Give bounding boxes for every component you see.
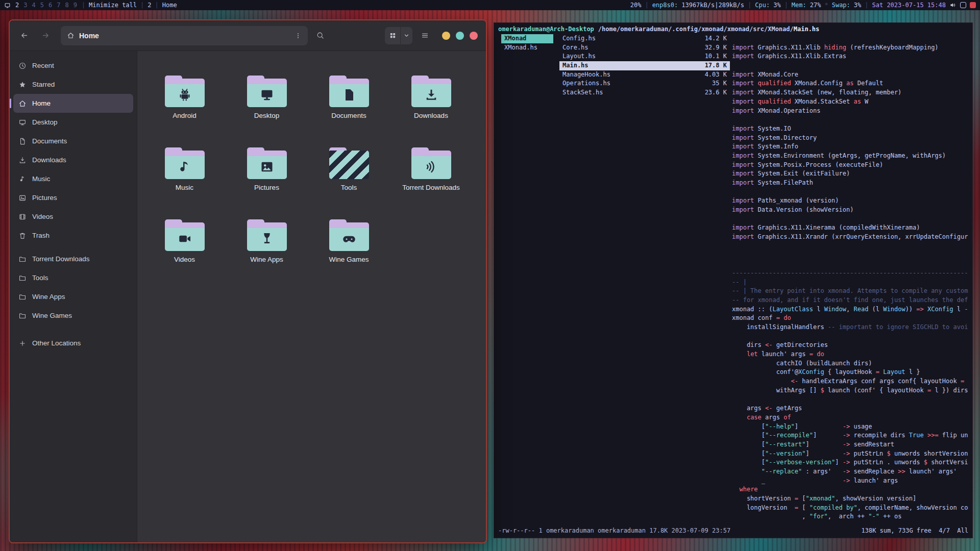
- workspace-9[interactable]: 9: [74, 2, 77, 9]
- sidebar-item-other-locations[interactable]: Other Locations: [13, 334, 133, 353]
- folder-icon: [411, 76, 451, 107]
- file-row[interactable]: Main.hs17.8 K: [559, 61, 730, 70]
- arcs-glyph-icon: [424, 159, 439, 174]
- code-line: ["--verbose-version"] -> putStrLn . unwo…: [732, 458, 968, 467]
- folder-label: Downloads: [414, 112, 448, 120]
- code-line: ["--recompile"] -> recompile dirs True >…: [732, 431, 968, 440]
- close-button[interactable]: [470, 32, 478, 40]
- film-icon: [18, 213, 27, 221]
- grid-view-button[interactable]: [385, 27, 400, 44]
- workspace-7[interactable]: 7: [57, 2, 60, 9]
- maximize-button[interactable]: [456, 32, 464, 40]
- folder-wine-games[interactable]: Wine Games: [310, 219, 388, 291]
- sidebar-item-torrent-downloads[interactable]: Torrent Downloads: [13, 249, 133, 268]
- sidebar-item-music[interactable]: Music: [13, 169, 133, 188]
- menu-button[interactable]: [415, 27, 434, 45]
- window-count: 2: [148, 2, 151, 9]
- file-row[interactable]: Config.hs14.2 K: [559, 34, 730, 43]
- sidebar-item-label: Starred: [32, 81, 55, 88]
- sidebar-item-recent[interactable]: Recent: [13, 56, 133, 75]
- search-icon: [316, 31, 325, 40]
- workspace-1-icon[interactable]: [4, 2, 11, 9]
- sidebar-item-pictures[interactable]: Pictures: [13, 188, 133, 207]
- file-name: Layout.hs: [562, 52, 596, 61]
- parent-entry[interactable]: XMonad.hs: [501, 43, 553, 53]
- file-name: Main.hs: [562, 61, 589, 70]
- grid-icon: [389, 32, 397, 39]
- view-toggle: [385, 27, 412, 44]
- statusbar-left: 23456789 | Minimize tall | 2 | Home: [4, 2, 177, 9]
- file-size: 23.6 K: [705, 88, 727, 97]
- workspace-3[interactable]: 3: [23, 2, 27, 9]
- folder-label: Wine Apps: [250, 256, 283, 264]
- folder-wine-apps[interactable]: Wine Apps: [228, 219, 306, 291]
- code-line: [732, 34, 968, 43]
- sidebar-item-trash[interactable]: Trash: [13, 226, 133, 245]
- sidebar-item-videos[interactable]: Videos: [13, 207, 133, 226]
- parent-entry[interactable]: XMonad: [501, 34, 553, 43]
- folder-label: Wine Games: [329, 256, 369, 264]
- folder-label: Videos: [174, 256, 195, 264]
- workspace-6[interactable]: 6: [48, 2, 52, 9]
- parent-pane: XMonadXMonad.hs: [501, 34, 553, 52]
- folder-icon: [247, 76, 287, 107]
- tray-icon-1[interactable]: [960, 2, 966, 8]
- sidebar-item-starred[interactable]: Starred: [13, 75, 133, 94]
- cpu-label: Cpu:: [755, 2, 770, 9]
- folder-icon: [329, 219, 369, 251]
- forward-button[interactable]: [36, 27, 55, 45]
- view-options-dropdown[interactable]: [400, 27, 412, 44]
- folder-videos[interactable]: Videos: [146, 219, 224, 291]
- folder-downloads[interactable]: Downloads: [393, 76, 470, 147]
- folder-music[interactable]: Music: [146, 147, 224, 219]
- cpu-value: 3%: [773, 2, 780, 9]
- tray-icon-2[interactable]: [970, 2, 976, 8]
- workspace-5[interactable]: 5: [40, 2, 44, 9]
- sidebar-item-documents[interactable]: Documents: [13, 132, 133, 151]
- file-row[interactable]: ManageHook.hs4.03 K: [559, 70, 730, 80]
- folder-icon: [411, 147, 451, 179]
- download-icon: [18, 156, 27, 164]
- folder-documents[interactable]: Documents: [310, 76, 388, 147]
- kebab-icon[interactable]: [295, 32, 302, 39]
- folder-pictures[interactable]: Pictures: [228, 147, 306, 219]
- code-line: xmonad conf = do: [732, 314, 968, 323]
- code-line: import Graphics.X11.Xlib hiding (refresh…: [732, 43, 968, 53]
- file-name: StackSet.hs: [562, 88, 603, 97]
- disk-usage-info: 138K sum, 733G free 4/7 All: [861, 527, 968, 536]
- code-line: [732, 115, 968, 124]
- back-button[interactable]: [15, 27, 33, 45]
- sidebar-item-tools[interactable]: Tools: [13, 268, 133, 287]
- file-row[interactable]: Core.hs32.9 K: [559, 43, 730, 53]
- separator: |: [645, 2, 648, 9]
- sidebar-item-wine-apps[interactable]: Wine Apps: [13, 287, 133, 306]
- code-line: ----------------------------------------…: [732, 269, 968, 278]
- sidebar-item-home[interactable]: Home: [13, 94, 133, 113]
- folder-torrent-downloads[interactable]: Torrent Downloads: [393, 147, 470, 219]
- workspace-8[interactable]: 8: [65, 2, 68, 9]
- folder-desktop[interactable]: Desktop: [228, 76, 306, 147]
- file-grid-area: AndroidDesktopDocumentsDownloadsMusicPic…: [137, 51, 486, 542]
- folder-icon: [165, 76, 205, 107]
- folder-android[interactable]: Android: [146, 76, 224, 147]
- workspace-2[interactable]: 2: [15, 2, 19, 9]
- code-line: import XMonad.Core: [732, 70, 968, 80]
- file-row[interactable]: StackSet.hs23.6 K: [559, 88, 730, 97]
- code-line: withArgs [] $ launch (conf' { layoutHook…: [732, 386, 968, 395]
- workspace-4[interactable]: 4: [32, 2, 35, 9]
- speaker-icon[interactable]: [949, 2, 957, 9]
- arrow-left-icon: [20, 31, 29, 40]
- sidebar-item-wine-games[interactable]: Wine Games: [13, 306, 133, 325]
- file-size: 32.9 K: [705, 43, 727, 53]
- layout-indicator[interactable]: Minimize tall: [89, 2, 137, 9]
- minimize-button[interactable]: [442, 32, 450, 40]
- sidebar-item-desktop[interactable]: Desktop: [13, 113, 133, 132]
- sidebar-item-downloads[interactable]: Downloads: [13, 151, 133, 169]
- breadcrumb[interactable]: Home: [61, 26, 308, 45]
- file-row[interactable]: Layout.hs10.1 K: [559, 52, 730, 61]
- code-line: let launch' args = do: [732, 350, 968, 359]
- folder-icon: [165, 219, 205, 251]
- search-button[interactable]: [311, 27, 329, 45]
- folder-tools[interactable]: Tools: [310, 147, 388, 219]
- file-row[interactable]: Operations.hs35 K: [559, 79, 730, 88]
